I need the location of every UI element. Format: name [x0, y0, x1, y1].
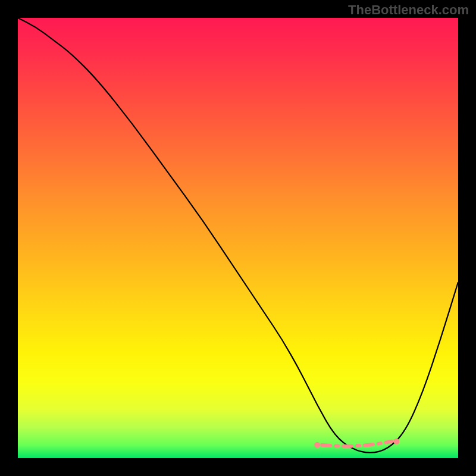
chart-plot-area [18, 18, 458, 458]
chart-svg [18, 18, 458, 458]
optimal-range-markers [314, 439, 399, 448]
marker-dot [393, 439, 399, 444]
bottleneck-curve-line [18, 18, 458, 453]
attribution-watermark: TheBottleneck.com [348, 2, 469, 18]
marker-dot [314, 442, 320, 448]
marker-dash-line [322, 441, 392, 446]
